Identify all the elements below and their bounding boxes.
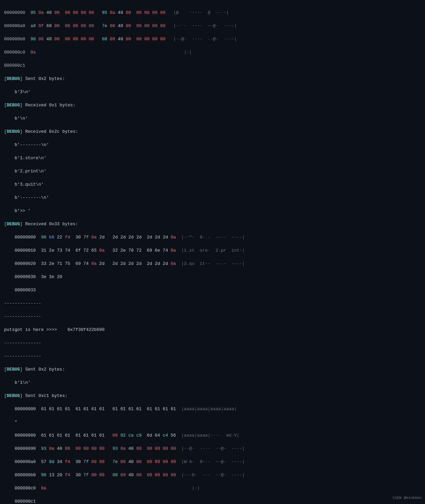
- line-17: [DEBUG] Received 0x33 bytes:: [4, 221, 421, 228]
- line-29: b'1\n': [4, 379, 421, 386]
- line-20: 00000020 33 2e 71 75 69 74 0a 2d 2d 2d 2…: [4, 260, 421, 267]
- watermark: CSDN @N1nEmAn: [392, 495, 422, 501]
- line-32: *: [4, 419, 421, 426]
- line-33: 00000080 61 61 61 61 61 61 61 61 00 92 c…: [4, 432, 421, 439]
- line-19: 00000010 31 2e 73 74 6f 72 65 0a 32 2e 7…: [4, 247, 421, 254]
- line-31: 00000000 61 61 61 61 61 61 61 61 61 61 6…: [4, 406, 421, 413]
- line-18: 00000000 90 b6 22 f4 30 7f 0a 2d 2d 2d 2…: [4, 234, 421, 241]
- line-34: 00000090 93 0a 40 00 00 00 00 00 93 0a 4…: [4, 445, 421, 452]
- line-36: 000000b0 90 13 20 f4 30 7f 00 00 08 09 4…: [4, 472, 421, 479]
- line-14: b'3.quit\n': [4, 181, 421, 188]
- line-4: 000000c0 0a |·|: [4, 49, 421, 56]
- line-13: b'2.print\n': [4, 168, 421, 175]
- terminal-output: 00000090 95 0a 40 00 00 00 00 00 95 0a 4…: [0, 0, 425, 504]
- line-2: 000000a0 a8 0f 60 00 00 00 00 00 7e 06 4…: [4, 23, 421, 29]
- line-28: [DEBUG] Sent 0x2 bytes:: [4, 366, 421, 373]
- line-7: b'3\n': [4, 89, 421, 96]
- line-12: b'1.store\n': [4, 155, 421, 162]
- line-26: --------------: [4, 340, 421, 346]
- line-5: 000000c1: [4, 62, 421, 69]
- line-11: b'--------\n': [4, 142, 421, 148]
- line-10: [DEBUG] Received 0x2c bytes:: [4, 128, 421, 135]
- line-8: [DEBUG] Received 0x1 bytes:: [4, 102, 421, 109]
- line-15: b'--------\n': [4, 194, 421, 201]
- line-30: [DEBUG] Sent 0xc1 bytes:: [4, 393, 421, 399]
- line-3: 000000b0 90 06 40 00 00 00 00 00 08 09 4…: [4, 36, 421, 43]
- line-27: --------------: [4, 353, 421, 360]
- line-21: 00000030 3e 3e 20: [4, 274, 421, 280]
- line-24: --------------: [4, 313, 421, 320]
- line-6: [DEBUG] Sent 0x2 bytes:: [4, 76, 421, 82]
- line-25: putsgot is here >>>> 0x7f30f422b690: [4, 327, 421, 333]
- line-9: b'\n': [4, 115, 421, 122]
- line-16: b'>> ': [4, 208, 421, 214]
- line-22: 00000033: [4, 287, 421, 294]
- line-37: 000000c0 0a |·|: [4, 485, 421, 492]
- line-23: --------------: [4, 300, 421, 307]
- line-38: 000000c1: [4, 498, 421, 504]
- line-1: 00000090 95 0a 40 00 00 00 00 00 95 0a 4…: [4, 9, 421, 16]
- line-35: 000000a0 57 8d 34 f4 30 7f 00 00 7e 06 4…: [4, 459, 421, 465]
